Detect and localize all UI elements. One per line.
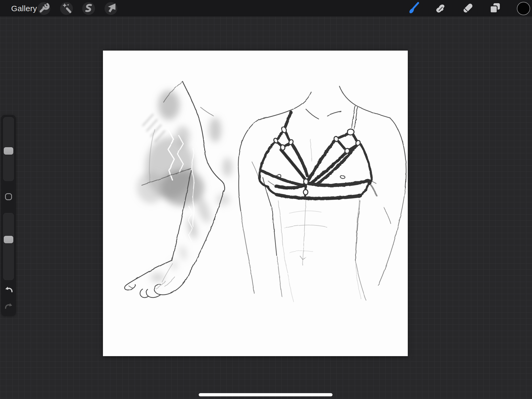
paint-tool-button[interactable] (406, 1, 421, 16)
wrench-icon (38, 2, 50, 15)
color-swatch-button[interactable] (517, 2, 530, 15)
redo-icon (4, 308, 14, 312)
drawing-canvas[interactable] (103, 51, 408, 356)
erase-tool-button[interactable] (461, 1, 475, 16)
eraser-icon (461, 1, 475, 16)
gallery-button[interactable]: Gallery (11, 4, 37, 13)
magic-wand-icon (60, 2, 73, 15)
procreate-app: { "topbar": { "gallery_label": "Gallery"… (0, 0, 532, 399)
torso-harness-study (238, 86, 406, 302)
brush-size-knob[interactable] (4, 147, 13, 155)
opacity-slider[interactable] (3, 213, 14, 280)
home-indicator[interactable] (199, 393, 332, 396)
transform-arrow-icon (105, 2, 117, 15)
redo-button[interactable] (4, 302, 14, 311)
undo-icon (4, 291, 14, 296)
artwork-sketch (103, 51, 408, 356)
adjustments-button[interactable] (60, 2, 73, 15)
layers-button[interactable] (488, 1, 502, 16)
modify-button[interactable] (5, 193, 12, 200)
transform-button[interactable] (105, 2, 117, 15)
actions-button[interactable] (38, 2, 50, 15)
selection-button[interactable] (82, 2, 95, 15)
layers-icon (488, 1, 502, 16)
smudge-tool-button[interactable] (434, 1, 448, 16)
top-toolbar: Gallery (0, 0, 532, 17)
brush-sidebar (1, 115, 16, 316)
undo-button[interactable] (4, 285, 14, 295)
opacity-knob[interactable] (4, 236, 13, 243)
arm-study (124, 81, 232, 298)
smudge-icon (434, 1, 448, 16)
selection-s-icon (82, 2, 95, 15)
paintbrush-icon (406, 1, 421, 16)
